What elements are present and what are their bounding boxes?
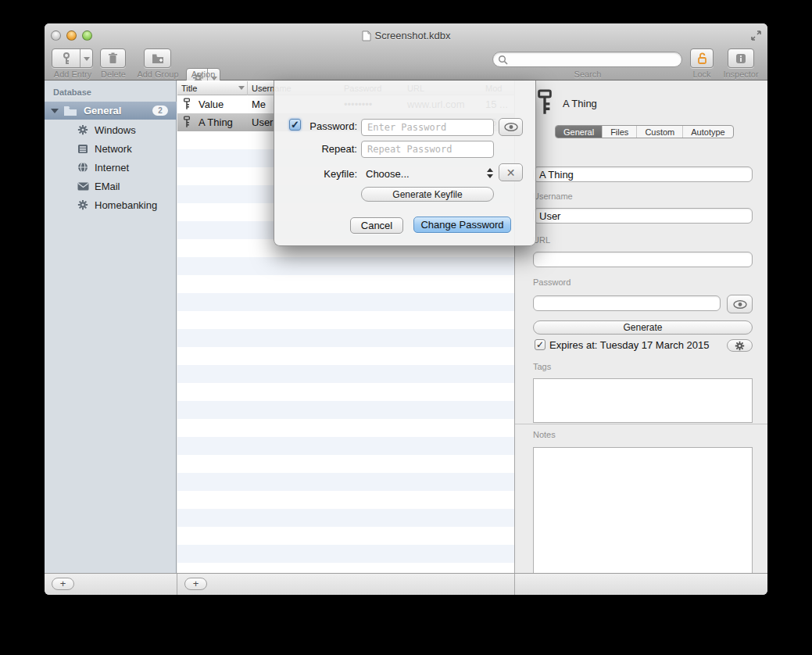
tags-label: Tags (533, 362, 551, 371)
generate-button[interactable]: Generate (533, 320, 753, 335)
sidebar: Database General 2 Windows Network Inter… (45, 81, 177, 573)
tags-box[interactable] (533, 378, 753, 423)
sidebar-item-label: Network (95, 143, 132, 155)
cell-username: User (252, 116, 273, 128)
group-label: General (84, 105, 121, 116)
title-field[interactable] (533, 166, 753, 182)
action-label: Action (180, 70, 227, 79)
eye-icon (504, 123, 518, 131)
cancel-button[interactable]: Cancel (350, 217, 403, 234)
url-input[interactable] (534, 253, 752, 267)
sort-descending-icon (238, 86, 245, 90)
key-icon (183, 98, 191, 110)
dialog-password-label: Password: (287, 120, 357, 132)
dialog-keyfile-label: Keyfile: (287, 168, 357, 180)
inspector-label: Inspector (717, 70, 764, 79)
tab-custom[interactable]: Custom (637, 126, 683, 138)
sidebar-item-label: Internet (95, 162, 129, 174)
add-group-button[interactable] (144, 48, 171, 68)
search-label: Search (560, 70, 615, 79)
username-input[interactable] (534, 209, 752, 224)
tab-files[interactable]: Files (603, 126, 637, 138)
change-password-button[interactable]: Change Password (413, 217, 511, 233)
gear-icon (735, 341, 745, 351)
tags-input[interactable] (534, 379, 752, 422)
sidebar-item-internet[interactable]: Internet (45, 158, 177, 177)
gear-icon (77, 123, 89, 136)
cell-username: Me (252, 98, 266, 110)
sidebar-item-email[interactable]: EMail (45, 177, 177, 195)
expires-checkbox[interactable]: ✓ (535, 339, 546, 350)
url-field[interactable] (533, 252, 753, 267)
eye-icon (733, 300, 747, 309)
window-title: Screenshot.kdbx (45, 30, 767, 41)
stepper-icon[interactable] (487, 168, 493, 178)
tab-general[interactable]: General (556, 126, 603, 138)
gear-icon (77, 199, 89, 211)
cell-title: A Thing (199, 116, 233, 128)
sidebar-item-homebanking[interactable]: Homebanking (45, 195, 177, 214)
sidebar-item-label: Homebanking (95, 199, 157, 211)
disclosure-triangle-icon[interactable] (51, 109, 59, 113)
folder-plus-icon (152, 53, 164, 64)
title-toolbar: Screenshot.kdbx Add Entry Delete Add Gro… (45, 23, 767, 81)
key-icon (183, 116, 191, 128)
notes-box[interactable] (533, 447, 753, 589)
bottom-bar: + + (45, 573, 767, 595)
add-entry-button[interactable] (52, 48, 93, 68)
server-icon (77, 142, 89, 155)
notes-input[interactable] (534, 448, 752, 588)
sidebar-item-network[interactable]: Network (45, 139, 177, 158)
folder-icon (63, 106, 77, 116)
search-field[interactable] (492, 52, 682, 67)
sidebar-item-windows[interactable]: Windows (45, 120, 177, 139)
reveal-password-button[interactable] (499, 118, 523, 136)
clear-keyfile-button[interactable]: ✕ (499, 163, 523, 181)
sidebar-section-header: Database (53, 88, 91, 97)
fullscreen-icon[interactable] (750, 30, 762, 41)
password-input[interactable] (534, 297, 720, 311)
inspector-button[interactable] (728, 48, 754, 68)
check-icon: ✓ (536, 339, 544, 350)
globe-icon (77, 161, 89, 174)
entry-title: A Thing (563, 98, 597, 109)
dialog-repeat-label: Repeat: (287, 143, 357, 155)
sidebar-item-label: Windows (95, 124, 136, 136)
envelope-icon (77, 180, 89, 192)
dialog-password-field[interactable] (361, 119, 494, 136)
reveal-password-button[interactable] (727, 295, 753, 313)
password-label: Password (533, 277, 571, 287)
document-icon (362, 30, 371, 41)
lock-button[interactable] (690, 48, 714, 68)
tab-autotype[interactable]: Autotype (683, 126, 732, 138)
dialog-repeat-input[interactable] (362, 141, 493, 157)
dialog-password-input[interactable] (362, 120, 493, 135)
column-header-title[interactable]: Title (181, 84, 197, 93)
title-input[interactable] (534, 168, 752, 182)
search-icon (498, 55, 508, 65)
sidebar-item-general[interactable]: General 2 (45, 102, 177, 120)
username-label: Username (533, 191, 573, 201)
inspector-panel: A Thing General Files Custom Autotype Us… (514, 81, 767, 573)
change-password-dialog: ✓ Password: Repeat: Keyfile: Choose... ✕… (274, 81, 536, 246)
add-entry-plus-button[interactable]: + (184, 578, 207, 590)
key-icon (62, 52, 71, 65)
delete-label: Delete (86, 70, 141, 79)
username-field[interactable] (533, 208, 753, 224)
search-input[interactable] (510, 53, 678, 66)
password-field[interactable] (533, 295, 721, 311)
info-icon (735, 53, 746, 64)
delete-button[interactable] (100, 48, 126, 68)
sidebar-item-label: EMail (95, 181, 120, 192)
add-group-label: Add Group (134, 70, 181, 79)
cell-title: Value (199, 98, 224, 110)
expires-settings-button[interactable] (727, 339, 753, 352)
close-icon: ✕ (506, 166, 516, 179)
add-group-plus-button[interactable]: + (52, 578, 74, 590)
inspector-tabs: General Files Custom Autotype (555, 125, 734, 138)
generate-keyfile-button[interactable]: Generate Keyfile (361, 187, 494, 202)
key-icon (536, 88, 553, 116)
keyfile-popup[interactable]: Choose... (366, 168, 410, 180)
dialog-repeat-field[interactable] (361, 141, 494, 158)
trash-icon (108, 52, 118, 64)
